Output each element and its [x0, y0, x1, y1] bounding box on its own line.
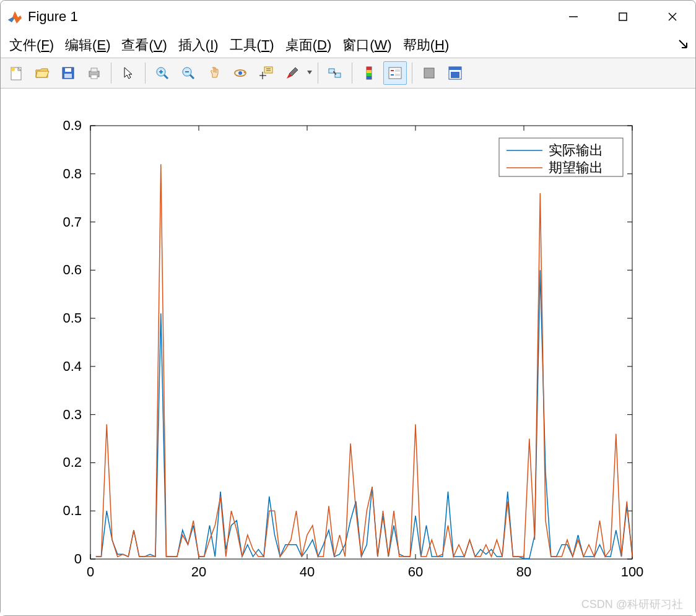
xtick-label: 0	[87, 564, 94, 579]
undock-arrow-icon[interactable]	[678, 38, 689, 54]
dropdown-icon[interactable]	[307, 64, 313, 82]
window-controls	[558, 4, 688, 29]
svg-point-5	[11, 67, 15, 71]
axes-container: 02040608010000.10.20.30.40.50.60.70.80.9…	[1, 89, 695, 615]
link-button[interactable]	[323, 61, 347, 85]
svg-line-17	[190, 75, 194, 79]
ytick-label: 0.8	[63, 166, 82, 181]
matlab-icon	[8, 10, 22, 24]
svg-rect-38	[424, 68, 434, 78]
menu-help[interactable]: 帮助(H)	[403, 36, 450, 54]
open-button[interactable]	[30, 61, 54, 85]
titlebar: Figure 1	[1, 1, 695, 33]
svg-rect-40	[449, 67, 461, 70]
ytick-label: 0	[74, 551, 82, 566]
data-cursor-button[interactable]	[254, 61, 278, 85]
menu-file[interactable]: 文件(F)	[9, 36, 54, 54]
menu-insert[interactable]: 插入(I)	[178, 36, 219, 54]
svg-rect-33	[389, 67, 401, 79]
menu-window[interactable]: 窗口(W)	[342, 36, 391, 54]
toolbar-separator	[412, 63, 412, 84]
xtick-label: 20	[191, 564, 206, 579]
xtick-label: 60	[408, 564, 423, 579]
legend-button[interactable]	[383, 61, 407, 85]
svg-rect-21	[264, 67, 272, 73]
xtick-label: 40	[300, 564, 315, 579]
svg-rect-8	[64, 74, 72, 78]
figure-window: Figure 1 文件(F) 编辑(E) 查看(V) 插入(I) 工具(T) 桌…	[0, 0, 696, 616]
xtick-label: 100	[621, 564, 644, 579]
brush-button[interactable]	[281, 61, 304, 85]
new-figure-button[interactable]	[4, 61, 28, 85]
window-title: Figure 1	[28, 9, 78, 25]
ytick-label: 0.7	[63, 214, 82, 230]
legend[interactable]: 实际输出期望输出	[499, 138, 623, 176]
menubar: 文件(F) 编辑(E) 查看(V) 插入(I) 工具(T) 桌面(D) 窗口(W…	[1, 33, 695, 58]
svg-rect-7	[65, 68, 71, 72]
legend-label: 期望输出	[549, 160, 603, 175]
menu-tools[interactable]: 工具(T)	[230, 36, 274, 54]
maximize-button[interactable]	[607, 4, 638, 29]
svg-rect-31	[367, 73, 372, 76]
svg-rect-32	[367, 76, 372, 79]
menu-view[interactable]: 查看(V)	[121, 36, 167, 54]
svg-rect-35	[395, 69, 400, 72]
close-button[interactable]	[657, 4, 688, 29]
svg-rect-1	[619, 13, 627, 20]
menu-desktop[interactable]: 桌面(D)	[285, 36, 332, 54]
ytick-label: 0.4	[63, 358, 82, 374]
svg-rect-30	[367, 70, 372, 73]
svg-rect-42	[90, 126, 632, 559]
ytick-label: 0.5	[63, 310, 82, 326]
colorbar-button[interactable]	[357, 61, 381, 85]
print-button[interactable]	[82, 61, 106, 85]
ytick-label: 0.1	[63, 503, 82, 518]
xtick-label: 80	[516, 564, 531, 579]
ytick-label: 0.3	[63, 407, 82, 422]
ytick-label: 0.2	[63, 454, 82, 470]
axes[interactable]: 02040608010000.10.20.30.40.50.60.70.80.9…	[1, 89, 695, 612]
menu-edit[interactable]: 编辑(E)	[65, 36, 110, 54]
toolbar-separator	[145, 63, 146, 84]
legend-label: 实际输出	[549, 142, 603, 158]
svg-rect-11	[91, 75, 97, 79]
toolbar-separator	[318, 63, 318, 84]
svg-line-13	[164, 75, 168, 79]
svg-point-20	[238, 71, 242, 75]
dock-button[interactable]	[443, 61, 467, 85]
save-button[interactable]	[56, 61, 80, 85]
hide-tools-button[interactable]	[417, 61, 441, 85]
zoom-out-button[interactable]	[176, 61, 200, 85]
svg-rect-10	[91, 68, 97, 72]
toolbar	[1, 58, 695, 89]
rotate-button[interactable]	[228, 61, 252, 85]
svg-rect-37	[395, 74, 400, 76]
toolbar-separator	[111, 63, 111, 84]
minimize-button[interactable]	[558, 4, 589, 29]
pointer-button[interactable]	[116, 61, 140, 85]
svg-rect-29	[367, 67, 372, 70]
svg-rect-41	[451, 72, 459, 78]
pan-button[interactable]	[202, 61, 226, 85]
zoom-in-button[interactable]	[150, 61, 174, 85]
ytick-label: 0.6	[63, 262, 82, 277]
ytick-label: 0.9	[63, 118, 82, 133]
toolbar-separator	[352, 63, 352, 84]
